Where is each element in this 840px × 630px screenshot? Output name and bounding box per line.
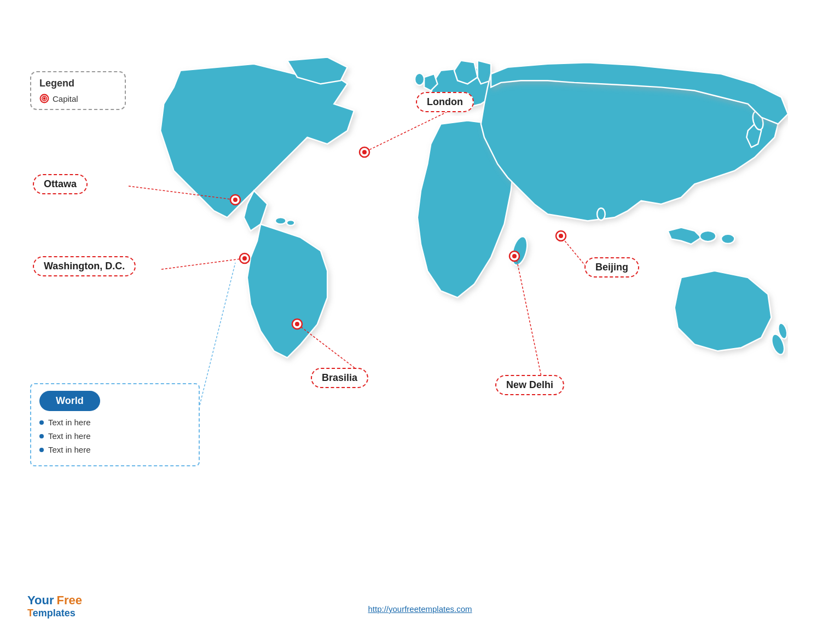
logo-your: Your [27,593,54,608]
capital-icon [39,94,49,103]
page-container: Legend Capital Ottawa Washington, D.C. L… [0,0,840,630]
svg-point-29 [512,254,517,258]
bullet-dot [39,448,44,452]
logo-free: Free [56,593,82,608]
svg-point-25 [362,150,367,154]
logo-t-highlight: T [27,608,33,619]
svg-point-0 [275,217,286,224]
legend-title: Legend [39,78,117,89]
city-label-london: London [416,92,474,112]
city-label-washington: Washington, D.C. [33,256,136,276]
city-label-new-delhi: New Delhi [495,375,564,395]
city-label-beijing: Beijing [584,257,639,278]
logo-bottom-row: Templates [27,608,76,619]
logo-area: Your Free Templates [27,593,82,619]
svg-point-2 [415,73,424,85]
svg-point-5 [597,208,605,220]
svg-point-1 [287,220,295,226]
svg-point-19 [43,97,46,100]
footer-link[interactable]: http://yourfreetemplates.com [368,604,472,614]
list-item: Text in here [39,431,190,441]
legend-box: Legend Capital [30,71,126,110]
info-box: World Text in here Text in here Text in … [30,383,200,466]
svg-point-23 [242,256,247,261]
svg-point-7 [721,234,734,244]
svg-point-27 [295,322,299,326]
svg-point-6 [700,231,716,242]
capital-marker-new-delhi [508,250,520,262]
bullet-dot [39,434,44,438]
world-button: World [39,391,100,411]
logo-top-row: Your Free [27,593,82,608]
logo-templates: Templates [27,608,76,619]
capital-marker-beijing [555,230,567,242]
list-item: Text in here [39,445,190,454]
bullet-list: Text in here Text in here Text in here [39,418,190,454]
capital-label: Capital [53,94,78,103]
capital-marker-london [358,146,370,158]
list-item: Text in here [39,418,190,427]
city-label-ottawa: Ottawa [33,174,88,194]
capital-marker-brasilia [291,318,303,330]
city-label-brasilia: Brasilia [311,368,368,388]
legend-item-capital: Capital [39,94,117,103]
svg-point-31 [559,234,563,238]
bullet-dot [39,420,44,425]
svg-point-21 [233,198,237,202]
capital-marker-ottawa [229,194,241,206]
capital-marker-washington [239,252,251,264]
